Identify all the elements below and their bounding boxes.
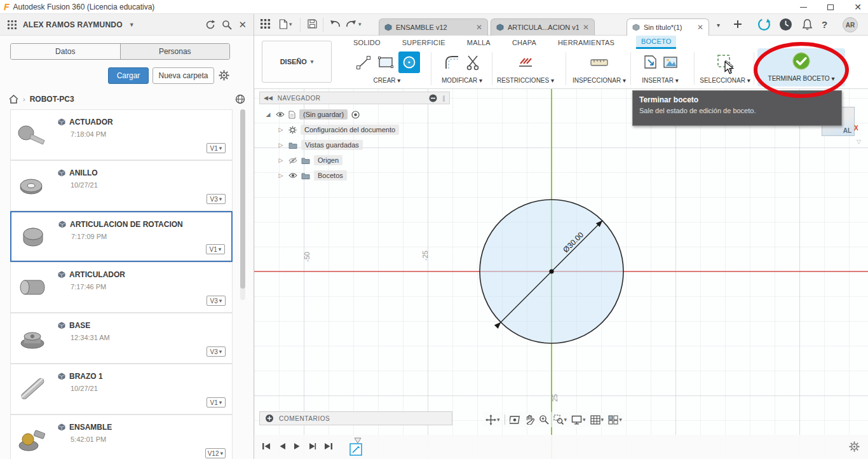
constraints-tool-icon[interactable]: [517, 53, 534, 71]
tab-datos[interactable]: Datos: [11, 44, 120, 59]
sketch-centerpoint[interactable]: [549, 269, 553, 273]
list-item-brazo-1[interactable]: BRAZO 1 10/27/21 V1▾: [10, 364, 233, 414]
search-icon[interactable]: [222, 20, 232, 30]
collapse-panel-icon[interactable]: ◀◀: [264, 95, 273, 101]
maximize-icon[interactable]: [827, 4, 834, 10]
restricciones-dropdown[interactable]: RESTRICCIONES ▾: [496, 77, 555, 84]
browser-row-origin[interactable]: ▷ Origen: [259, 153, 450, 168]
display-settings-icon[interactable]: ▾: [571, 415, 586, 425]
grid-settings-icon[interactable]: ▾: [590, 415, 604, 425]
list-item-anillo[interactable]: ANILLO 10/27/21 V3▾: [10, 160, 233, 211]
browser-header[interactable]: ◀◀ NAVEGADOR ∥: [259, 92, 450, 104]
job-status-icon[interactable]: [757, 18, 771, 31]
tab-malla[interactable]: MALLA: [467, 39, 491, 46]
collapsed-triangle-icon[interactable]: ▷: [277, 157, 285, 163]
expanded-triangle-icon[interactable]: ◢: [264, 111, 272, 118]
hide-panel-icon[interactable]: [429, 94, 437, 102]
viewcube-menu-chevron-icon[interactable]: ▽: [857, 139, 861, 145]
tab-personas[interactable]: Personas: [120, 44, 230, 59]
seleccionar-dropdown[interactable]: SELECCIONAR ▾: [699, 77, 751, 84]
collapsed-triangle-icon[interactable]: ▷: [277, 127, 285, 133]
list-item-actuador[interactable]: ACTUADOR 7:18:04 PM V1▾: [10, 109, 233, 160]
help-icon[interactable]: ?: [822, 19, 827, 30]
panel-settings-gear-icon[interactable]: [219, 70, 229, 81]
notifications-bell-icon[interactable]: [802, 18, 813, 31]
browser-row-sketches[interactable]: ▷ Bocetos: [259, 168, 450, 183]
version-dropdown[interactable]: V3▾: [207, 346, 226, 357]
panel-grip-icon[interactable]: ∥: [442, 95, 445, 102]
doc-tab-sin-titulo[interactable]: Sin título*(1) ✕: [627, 18, 709, 36]
line-tool-icon[interactable]: [354, 53, 373, 72]
tab-chapa[interactable]: CHAPA: [512, 39, 536, 46]
timeline-skip-start-icon[interactable]: [262, 442, 271, 450]
app-launcher-grid-icon[interactable]: [261, 19, 270, 29]
browser-row-named-views[interactable]: ▷ Vistas guardadas: [259, 137, 450, 153]
redo-icon[interactable]: ▾: [346, 19, 362, 29]
close-panel-icon[interactable]: ✕: [238, 19, 247, 31]
list-item-articulador[interactable]: ARTICULADOR 7:17:46 PM V3▾: [10, 262, 233, 313]
close-tab-icon[interactable]: ✕: [583, 23, 589, 32]
version-dropdown[interactable]: V12▾: [205, 448, 226, 458]
timeline-play-icon[interactable]: [294, 442, 301, 450]
timeline-settings-gear-icon[interactable]: [849, 441, 860, 452]
trim-scissors-icon[interactable]: [464, 53, 482, 71]
collapsed-triangle-icon[interactable]: ▷: [277, 172, 285, 179]
row-label[interactable]: Vistas guardadas: [301, 140, 363, 150]
globe-icon[interactable]: [235, 94, 245, 104]
upload-button[interactable]: Cargar: [108, 67, 149, 84]
timeline-step-forward-icon[interactable]: [309, 442, 316, 450]
insert-derive-icon[interactable]: [642, 54, 659, 71]
file-menu-icon[interactable]: ▾: [278, 19, 292, 29]
app-grid-icon[interactable]: [8, 20, 17, 29]
doc-tab-ensamble[interactable]: ENSAMBLE v12 ✕: [379, 18, 488, 36]
insert-canvas-image-icon[interactable]: [662, 54, 679, 71]
viewcube-face-label[interactable]: AL: [843, 127, 851, 134]
version-dropdown[interactable]: V1▾: [207, 143, 226, 153]
new-folder-button[interactable]: Nueva carpeta: [153, 67, 214, 84]
tab-list-dropdown-icon[interactable]: ▾: [717, 22, 720, 29]
tab-solido[interactable]: SOLIDO: [353, 39, 381, 46]
fillet-tool-icon[interactable]: [443, 53, 461, 71]
orbit-pan-icon[interactable]: ▾: [485, 414, 500, 425]
home-icon[interactable]: [9, 95, 18, 104]
tab-superficie[interactable]: SUPERFICIE: [402, 39, 445, 46]
user-avatar[interactable]: AR: [843, 17, 858, 32]
browser-row-doc-settings[interactable]: ▷ Configuración del documento: [259, 122, 450, 137]
zoom-window-icon[interactable]: ▾: [553, 414, 567, 425]
add-comment-icon[interactable]: [265, 414, 274, 423]
insertar-dropdown[interactable]: INSERTAR ▾: [634, 77, 686, 84]
list-item-articulacion-de-rotacion[interactable]: ARTICULACION DE ROTACION 7:17:09 PM V1▾: [10, 211, 233, 262]
zoom-icon[interactable]: [539, 414, 549, 425]
modificar-dropdown[interactable]: MODIFICAR ▾: [435, 77, 489, 84]
circle-tool-icon-active[interactable]: [398, 51, 420, 73]
activate-radio-icon[interactable]: [351, 111, 360, 119]
look-at-icon[interactable]: [510, 415, 520, 425]
measure-ruler-icon[interactable]: [590, 54, 609, 71]
version-dropdown[interactable]: V1▾: [206, 244, 225, 254]
list-scrollbar[interactable]: [240, 109, 245, 300]
tab-boceto[interactable]: BOCETO: [636, 36, 676, 49]
version-dropdown[interactable]: V1▾: [207, 397, 226, 408]
row-label[interactable]: Configuración del documento: [301, 125, 399, 135]
collapsed-triangle-icon[interactable]: ▷: [277, 142, 285, 148]
undo-icon[interactable]: [329, 19, 341, 29]
browser-row-document[interactable]: ◢ (Sin guardar): [259, 107, 450, 122]
close-window-icon[interactable]: ✕: [854, 3, 862, 11]
row-label[interactable]: Origen: [314, 155, 342, 165]
minimize-icon[interactable]: [800, 7, 807, 8]
new-tab-icon[interactable]: [733, 20, 742, 29]
inspeccionar-dropdown[interactable]: INSPECCIONAR ▾: [571, 77, 628, 84]
project-name[interactable]: ROBOT-PC3: [30, 95, 74, 104]
pan-hand-icon[interactable]: [525, 414, 534, 425]
crear-dropdown[interactable]: CREAR ▾: [349, 77, 424, 84]
rectangle-tool-icon[interactable]: [376, 53, 395, 72]
tab-herramientas[interactable]: HERRAMIENTAS: [558, 39, 614, 46]
comments-bar[interactable]: COMENTARIOS: [259, 411, 452, 425]
row-label[interactable]: Bocetos: [314, 170, 347, 181]
timeline-sketch-feature-marker[interactable]: [348, 437, 366, 456]
version-dropdown[interactable]: V3▾: [207, 194, 226, 204]
doc-tab-articulacion[interactable]: ARTICULA...ACION v1 ✕: [491, 18, 595, 36]
model-canvas[interactable]: -50 -25 25 Ø30.00 ◀◀ NAVEGADOR ∥ ◢: [254, 89, 868, 459]
save-icon[interactable]: [308, 19, 317, 29]
visibility-eye-icon[interactable]: [276, 111, 285, 118]
